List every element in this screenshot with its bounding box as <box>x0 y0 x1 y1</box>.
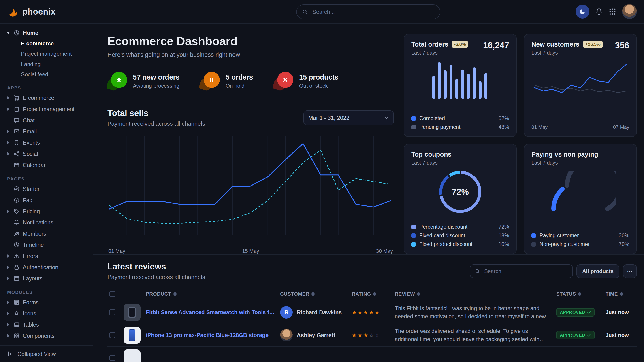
sort-icon[interactable] <box>174 292 176 296</box>
sidebar-item-timeline[interactable]: Timeline <box>4 239 88 250</box>
sidebar-item-components[interactable]: Components <box>4 330 88 342</box>
bookmark-icon <box>14 139 20 146</box>
sidebar-item-errors[interactable]: Errors <box>4 250 88 262</box>
sidebar-item-label: Components <box>23 333 54 339</box>
sidebar-item-chat[interactable]: Chat <box>4 115 88 126</box>
page-title: Ecommerce Dashboard <box>108 34 394 48</box>
column-header-status[interactable]: STATUS <box>556 291 601 297</box>
sidebar-item-pricing[interactable]: Pricing <box>4 206 88 217</box>
chevron-right-icon <box>6 210 10 213</box>
theme-toggle-button[interactable] <box>576 5 590 18</box>
column-header-rating[interactable]: RATING <box>352 291 390 297</box>
trend-badge: +26.5% <box>583 41 602 48</box>
share-icon <box>14 151 20 157</box>
profile-avatar[interactable] <box>622 4 637 19</box>
notifications-button[interactable] <box>595 8 603 15</box>
card-title: New customers <box>532 41 579 48</box>
top-coupons-card: Top coupons Last 7 days 72% Percentage d… <box>404 144 517 254</box>
sidebar-subitem-landing[interactable]: Landing <box>4 59 88 69</box>
sidebar-subitem-project-management[interactable]: Project management <box>4 49 88 59</box>
sidebar-subitem-e-commerce[interactable]: E commerce <box>4 38 88 49</box>
product-image <box>124 304 140 321</box>
sidebar-item-events[interactable]: Events <box>4 137 88 148</box>
column-header-label: PRODUCT <box>146 291 171 297</box>
stat-new-orders-icon <box>108 72 127 90</box>
sidebar-item-faq[interactable]: Faq <box>4 195 88 206</box>
chat-icon <box>14 117 20 123</box>
stat-caption: On hold <box>226 83 253 89</box>
sort-icon[interactable] <box>620 292 623 296</box>
sidebar-item-layouts[interactable]: Layouts <box>4 273 88 284</box>
sidebar-item-label: Timeline <box>23 242 44 248</box>
sort-icon[interactable] <box>373 292 376 296</box>
legend-label: Fixed product discount <box>419 241 495 247</box>
sidebar-item-email[interactable]: Email <box>4 126 88 137</box>
new-customers-value: 356 <box>615 41 629 50</box>
clock-icon <box>14 242 20 248</box>
product-link[interactable]: iPhone 13 pro max-Pacific Blue-128GB sto… <box>146 332 276 338</box>
page-subtitle: Here's what's going on at your business … <box>108 51 394 58</box>
total-orders-card: Total orders -6.8% Last 7 days 16,247 Co… <box>404 34 517 137</box>
review-row: iPhone 13 pro max-Pacific Blue-128GB sto… <box>108 324 637 347</box>
grid-icon <box>609 8 616 15</box>
row-checkbox[interactable] <box>109 309 116 316</box>
app-launcher-button[interactable] <box>609 8 616 15</box>
sidebar-item-authentication[interactable]: Authentication <box>4 262 88 273</box>
sidebar-item-members[interactable]: Members <box>4 228 88 239</box>
sidebar-item-label: Notifications <box>23 219 53 226</box>
row-checkbox[interactable] <box>109 355 116 361</box>
sidebar-item-social[interactable]: Social <box>4 148 88 159</box>
all-products-button[interactable]: All products <box>576 264 620 278</box>
sidebar-item-label: Starter <box>23 186 40 192</box>
reviews-search-input[interactable] <box>483 268 568 275</box>
more-options-button[interactable]: ⋯ <box>623 264 637 278</box>
top-coupons-legend: Percentage discount72%Fixed card discoun… <box>411 224 509 247</box>
customer-cell: Ashley Garrett <box>280 329 347 342</box>
stat-caption: Awating processing <box>133 83 180 89</box>
legend-swatch <box>411 116 416 121</box>
sidebar-item-starter[interactable]: Starter <box>4 183 88 195</box>
sidebar-item-notifications[interactable]: Notifications <box>4 217 88 228</box>
reviews-search[interactable] <box>470 264 573 278</box>
date-range-select[interactable]: Mar 1 - 31, 2022 <box>304 110 394 125</box>
sidebar-item-calendar[interactable]: Calendar <box>4 159 88 171</box>
global-search-input[interactable] <box>312 8 434 16</box>
collapse-sidebar-button[interactable]: Collapsed View <box>0 345 93 362</box>
card-title: Paying vs non paying <box>532 151 598 158</box>
brand[interactable]: phoenix <box>7 6 56 17</box>
sort-icon[interactable] <box>417 292 420 296</box>
sidebar-item-project-management[interactable]: Project management <box>4 103 88 115</box>
column-header-review[interactable]: REVIEW <box>395 291 552 297</box>
legend-label: Pending payment <box>419 124 495 130</box>
sidebar-item-tables[interactable]: Tables <box>4 319 88 330</box>
reviews-subtitle: Payment received across all channels <box>108 274 205 281</box>
sidebar-item-label: Authentication <box>23 264 58 271</box>
column-header-product[interactable]: PRODUCT <box>146 291 276 297</box>
product-link[interactable]: Fitbit Sense Advanced Smartwatch with To… <box>146 309 276 316</box>
phoenix-logo-icon <box>7 6 19 17</box>
sort-icon[interactable] <box>578 292 581 296</box>
sidebar: HomeE commerceProject managementLandingS… <box>0 24 93 362</box>
column-header-label: CUSTOMER <box>280 291 309 297</box>
x-axis-label: 15 May <box>242 248 259 254</box>
sidebar-item-label: Email <box>23 128 37 135</box>
sidebar-item-icons[interactable]: Icons <box>4 308 88 319</box>
column-header-customer[interactable]: CUSTOMER <box>280 291 347 297</box>
select-all-checkbox[interactable] <box>109 291 116 297</box>
column-header-time[interactable]: TIME <box>606 291 637 297</box>
sidebar-subitem-social-feed[interactable]: Social feed <box>4 69 88 80</box>
sort-icon[interactable] <box>312 292 314 296</box>
global-search[interactable] <box>296 4 440 19</box>
chevron-right-icon <box>6 266 10 269</box>
card-title: Total orders <box>411 41 448 48</box>
sidebar-item-e-commerce[interactable]: E commerce <box>4 92 88 103</box>
users-icon <box>14 231 20 237</box>
row-checkbox[interactable] <box>109 332 116 338</box>
sidebar-item-home[interactable]: Home <box>4 27 88 38</box>
new-customers-line-chart <box>532 56 629 110</box>
customer-name: Ashley Garrett <box>297 332 335 339</box>
product-image <box>124 327 140 344</box>
chevron-right-icon <box>6 312 10 315</box>
sidebar-item-label: E commerce <box>23 95 54 101</box>
sidebar-item-forms[interactable]: Forms <box>4 297 88 308</box>
